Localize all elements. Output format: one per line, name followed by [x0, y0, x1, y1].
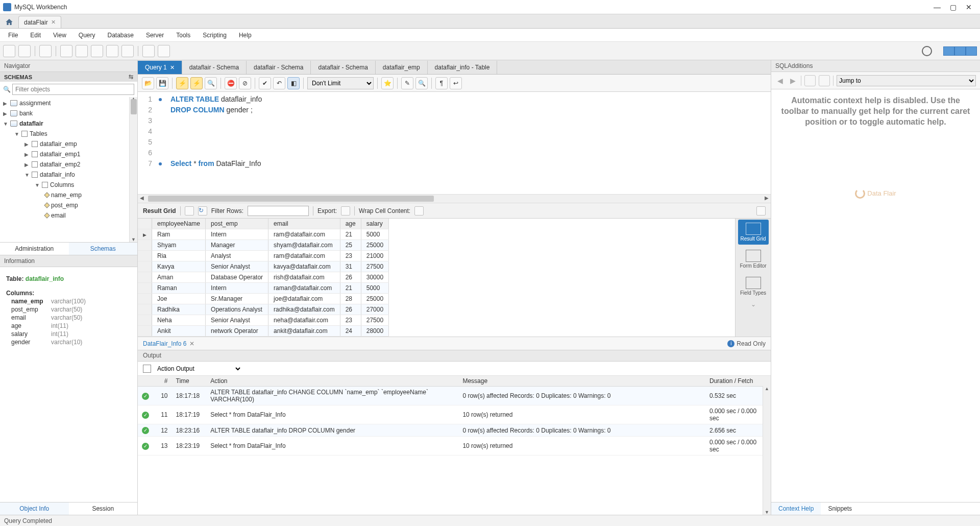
- grid-cell[interactable]: Database Operator: [206, 272, 268, 283]
- output-vscroll[interactable]: ▲▼: [763, 386, 771, 515]
- grid-cell[interactable]: 28: [340, 294, 361, 304]
- result-grid-icon[interactable]: [185, 206, 194, 216]
- chevron-down-icon[interactable]: ⌄: [751, 301, 756, 308]
- menu-edit[interactable]: Edit: [25, 30, 46, 41]
- result-tab-name[interactable]: DataFlair_Info 6: [143, 340, 186, 347]
- output-row[interactable]: ✓1318:23:19Select * from DataFlair_Info1…: [138, 437, 771, 456]
- grid-cell[interactable]: 28000: [361, 326, 388, 337]
- row-header[interactable]: [138, 283, 152, 294]
- grid-cell[interactable]: rish@dataflair.com: [268, 272, 340, 283]
- row-header[interactable]: [138, 261, 152, 272]
- table-dataflair-emp[interactable]: dataflair_emp: [40, 140, 77, 148]
- query-tab[interactable]: dataflair_emp: [376, 61, 428, 74]
- grid-cell[interactable]: ram@dataflair.com: [268, 229, 340, 240]
- query-tab[interactable]: dataflair_info - Table: [428, 61, 498, 74]
- stop-icon[interactable]: ⛔: [225, 77, 237, 89]
- grid-cell[interactable]: Ria: [152, 251, 206, 261]
- table-dataflair-info[interactable]: dataflair_info: [40, 171, 75, 178]
- favorite-icon[interactable]: ⭐: [381, 77, 394, 89]
- output-table[interactable]: #TimeActionMessageDuration / Fetch✓1018:…: [138, 376, 771, 515]
- grid-cell[interactable]: Operations Analyst: [206, 304, 268, 315]
- row-header[interactable]: [138, 229, 152, 240]
- grid-cell[interactable]: Senior Analyst: [206, 315, 268, 326]
- auto-help-icon[interactable]: [819, 75, 830, 86]
- column-header[interactable]: employeeName: [152, 219, 206, 229]
- query-tab[interactable]: dataflair - Schema: [182, 61, 247, 74]
- rebuild-icon[interactable]: [158, 45, 170, 57]
- view-field-types[interactable]: Field Types: [738, 274, 769, 299]
- help-icon[interactable]: [804, 75, 816, 86]
- grid-cell[interactable]: 23: [340, 315, 361, 326]
- menu-server[interactable]: Server: [141, 30, 169, 41]
- grid-cell[interactable]: 24: [340, 326, 361, 337]
- menu-database[interactable]: Database: [103, 30, 139, 41]
- tree-scrollbar[interactable]: ▲ ▼: [129, 97, 137, 242]
- view-result-grid[interactable]: Result Grid: [738, 220, 769, 245]
- search-table-icon[interactable]: [142, 45, 155, 57]
- grid-cell[interactable]: radhika@dataflair.com: [268, 304, 340, 315]
- grid-cell[interactable]: 23: [340, 251, 361, 261]
- query-tab[interactable]: dataflair - Schema: [311, 61, 375, 74]
- jump-to-select[interactable]: Jump to: [837, 75, 976, 86]
- grid-cell[interactable]: Intern: [206, 229, 268, 240]
- tab-administration[interactable]: Administration: [0, 243, 69, 255]
- grid-cell[interactable]: 5000: [361, 229, 388, 240]
- grid-cell[interactable]: Ankit: [152, 326, 206, 337]
- autocommit-icon[interactable]: ◧: [287, 77, 300, 89]
- grid-cell[interactable]: 27000: [361, 304, 388, 315]
- output-type-select[interactable]: Action Output: [155, 365, 242, 373]
- grid-cell[interactable]: 21000: [361, 251, 388, 261]
- row-header[interactable]: [138, 315, 152, 326]
- home-tab[interactable]: [2, 16, 16, 28]
- tab-object-info[interactable]: Object Info: [0, 503, 69, 515]
- grid-cell[interactable]: 21: [340, 283, 361, 294]
- grid-cell[interactable]: Analyst: [206, 251, 268, 261]
- db-assignment[interactable]: assignment: [19, 100, 51, 107]
- db-dataflair[interactable]: dataflair: [19, 120, 43, 127]
- grid-cell[interactable]: 31: [340, 261, 361, 272]
- wrap-cell-icon[interactable]: [414, 206, 424, 216]
- open-sql-icon[interactable]: [18, 45, 31, 57]
- menu-scripting[interactable]: Scripting: [198, 30, 232, 41]
- grid-cell[interactable]: Senior Analyst: [206, 261, 268, 272]
- query-tab[interactable]: Query 1✕: [138, 61, 182, 74]
- grid-cell[interactable]: Raman: [152, 283, 206, 294]
- grid-cell[interactable]: 27500: [361, 261, 388, 272]
- schema-tree[interactable]: ▶assignment ▶bank ▼dataflair ▼Tables ▶da…: [0, 97, 137, 242]
- view-form-editor[interactable]: Form Editor: [738, 247, 769, 272]
- close-tab-icon[interactable]: ✕: [51, 19, 56, 26]
- grid-cell[interactable]: raman@dataflair.com: [268, 283, 340, 294]
- grid-cell[interactable]: Ram: [152, 229, 206, 240]
- column-header[interactable]: email: [268, 219, 340, 229]
- grid-cell[interactable]: 30000: [361, 272, 388, 283]
- output-row[interactable]: ✓1218:23:16ALTER TABLE dataflair_info DR…: [138, 424, 771, 437]
- grid-cell[interactable]: Joe: [152, 294, 206, 304]
- grid-cell[interactable]: Aman: [152, 272, 206, 283]
- execute-current-icon[interactable]: ⚡: [190, 77, 203, 89]
- minimize-button[interactable]: —: [934, 3, 941, 11]
- col-name-emp[interactable]: name_emp: [51, 192, 82, 199]
- row-header[interactable]: [138, 240, 152, 251]
- editor-hscroll[interactable]: ◀▶: [138, 194, 771, 203]
- grid-cell[interactable]: 26: [340, 272, 361, 283]
- open-file-icon[interactable]: 📂: [142, 77, 154, 89]
- tab-snippets[interactable]: Snippets: [821, 503, 859, 515]
- result-tab-close-icon[interactable]: ✕: [189, 340, 194, 347]
- column-header[interactable]: post_emp: [206, 219, 268, 229]
- column-header[interactable]: age: [340, 219, 361, 229]
- execute-icon[interactable]: ⚡: [176, 77, 188, 89]
- rollback-icon[interactable]: ↶: [273, 77, 285, 89]
- grid-cell[interactable]: joe@dataflair.com: [268, 294, 340, 304]
- col-email[interactable]: email: [51, 212, 66, 219]
- grid-cell[interactable]: kavya@dataflair.com: [268, 261, 340, 272]
- tab-session[interactable]: Session: [69, 503, 138, 515]
- invisible-chars-icon[interactable]: ¶: [435, 77, 448, 89]
- grid-cell[interactable]: shyam@dataflair.com: [268, 240, 340, 251]
- beautify-icon[interactable]: ✎: [401, 77, 413, 89]
- node-columns[interactable]: Columns: [50, 181, 74, 188]
- tab-schemas[interactable]: Schemas: [69, 243, 138, 255]
- explain-icon[interactable]: 🔍: [205, 77, 217, 89]
- output-type-icon[interactable]: [143, 365, 151, 373]
- nav-back-icon[interactable]: ◀: [775, 77, 785, 85]
- nav-fwd-icon[interactable]: ▶: [788, 77, 798, 85]
